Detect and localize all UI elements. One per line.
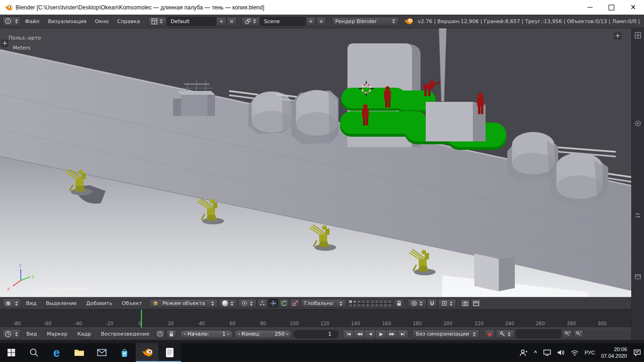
scene-add-button[interactable]: + (306, 17, 316, 26)
people-icon[interactable] (520, 349, 528, 356)
menu-file[interactable]: Файл (21, 18, 43, 25)
keying-set-field[interactable] (516, 329, 561, 338)
taskbar-mail-button[interactable] (91, 343, 113, 362)
scene-browse-button[interactable] (241, 17, 260, 26)
keying-set-dropdown[interactable] (496, 329, 514, 338)
timeline-lock-toggle[interactable] (166, 329, 176, 338)
manipulator-scale-toggle[interactable] (290, 299, 300, 308)
scene-lock-toggle[interactable] (394, 299, 404, 308)
menu-render[interactable]: Визуализация (43, 18, 91, 25)
stepper-arrow-icon[interactable]: ▸ (228, 332, 230, 336)
taskbar-search-button[interactable] (23, 343, 45, 362)
mode-dropdown[interactable]: Режим объекта (149, 299, 218, 308)
screen-layout-name-field[interactable]: Default (167, 17, 216, 26)
mail-icon (97, 349, 107, 356)
screen-layout-delete-button[interactable]: × (227, 17, 237, 26)
current-frame-marker[interactable] (141, 310, 142, 328)
stepper-arrow-icon[interactable]: ◂ (183, 332, 186, 336)
menu-add[interactable]: Добавить (82, 300, 116, 306)
panel-expand-icon[interactable] (635, 120, 641, 127)
viewport-shading-dropdown[interactable] (219, 299, 237, 308)
jump-prev-keyframe-button[interactable]: ◀◀ (354, 329, 365, 339)
minimize-button[interactable] (579, 0, 601, 15)
panel-grid-icon[interactable] (635, 32, 641, 39)
menu-playback[interactable]: Воспроизведение (97, 331, 154, 337)
menu-frame[interactable]: Кадр (73, 331, 95, 337)
timeline-ruler[interactable]: -80 -60 -40 -20 0 20 40 60 80 100 120 14… (0, 309, 632, 328)
transform-orientation-dropdown[interactable]: Глобально (301, 299, 346, 308)
auto-keyframe-toggle[interactable]: ● (485, 329, 495, 338)
pivot-point-dropdown[interactable] (238, 299, 256, 308)
view3d-editor-icon (5, 300, 11, 307)
frame-tick-label: 140 (351, 321, 360, 326)
sidebar-expand-button[interactable]: + (614, 32, 621, 40)
taskbar-blender-button[interactable] (136, 343, 158, 362)
proportional-edit-dropdown[interactable] (408, 299, 426, 308)
jump-next-keyframe-button[interactable]: ▶▶ (386, 329, 397, 339)
menu-object[interactable]: Объект (117, 300, 146, 306)
menu-timeline-view[interactable]: Вид (22, 331, 41, 337)
properties-panel-collapsed[interactable] (631, 28, 644, 340)
menu-help[interactable]: Справка (113, 18, 144, 25)
screen-layout-add-button[interactable]: + (216, 17, 226, 26)
scene-name-field[interactable]: Scene (260, 17, 305, 26)
opengl-render-button[interactable] (460, 299, 470, 308)
viewport-canvas[interactable]: z y x (0, 28, 632, 297)
editor-type-selector-info[interactable] (2, 16, 21, 26)
platform-deckhouse[interactable] (426, 102, 486, 141)
taskbar-explorer-button[interactable] (68, 343, 91, 362)
jump-to-end-button[interactable]: ▶| (397, 329, 408, 339)
preview-range-toggle[interactable] (155, 329, 165, 338)
taskbar-store-button[interactable] (113, 343, 136, 362)
opengl-render-anim-button[interactable] (471, 299, 481, 308)
editor-type-selector-timeline[interactable] (2, 329, 21, 339)
menu-select[interactable]: Выделение (41, 300, 81, 306)
panel-window-icon[interactable] (635, 273, 641, 280)
stepper-arrow-icon[interactable]: ◂ (238, 332, 240, 336)
manipulate-center-points-toggle[interactable] (257, 299, 267, 308)
minimize-icon (587, 7, 593, 8)
taskbar-document-app-button[interactable] (158, 343, 181, 362)
start-button[interactable] (0, 343, 23, 362)
titlebar[interactable]: Blender [C:\Users\tvister\Desktop\Okean\… (0, 0, 644, 15)
sync-mode-dropdown[interactable]: Без синхронизации (413, 329, 479, 338)
menu-window[interactable]: Окно (91, 18, 113, 25)
frame-tick-label: 260 (536, 321, 545, 326)
screen-layout-browse-button[interactable] (148, 17, 166, 26)
network-icon[interactable] (571, 350, 578, 356)
aft-deck-structure[interactable] (474, 254, 515, 291)
manipulator-rotate-toggle[interactable] (279, 299, 289, 308)
action-center-icon[interactable] (633, 349, 641, 356)
scene-delete-button[interactable]: × (316, 17, 326, 26)
current-frame-field[interactable]: 1 (293, 330, 339, 338)
volume-icon[interactable] (557, 349, 565, 356)
frame-start-field[interactable]: ◂ Начало: 1 ▸ (180, 330, 233, 338)
stepper-arrow-icon[interactable]: ▸ (287, 332, 289, 336)
dropdown-arrows-icon (211, 301, 215, 306)
maximize-button[interactable] (601, 0, 622, 15)
taskbar-clock[interactable]: 20:06 07.04.2020 (601, 346, 627, 359)
panel-sliders-icon[interactable] (635, 212, 641, 219)
insert-keyframe-button[interactable] (562, 329, 572, 338)
taskbar-edge-button[interactable]: e (45, 343, 68, 362)
toolshelf-expand-button[interactable]: + (1, 40, 8, 47)
layers-widget[interactable] (348, 300, 392, 307)
snap-toggle[interactable] (427, 299, 437, 308)
tray-chevron-icon[interactable]: ^ (534, 350, 537, 355)
menu-view[interactable]: Вид (22, 300, 41, 306)
editor-type-selector-3dview[interactable] (2, 298, 21, 308)
language-indicator[interactable]: РУС (585, 350, 595, 355)
snap-element-dropdown[interactable] (438, 299, 456, 308)
manipulator-translate-toggle[interactable] (268, 299, 278, 308)
play-button[interactable]: ▶ (375, 329, 387, 339)
play-reverse-button[interactable]: ◀ (364, 329, 376, 339)
viewport-3d[interactable]: z y x Польз.-орто Meters (1) 2pdrQuadrup… (0, 28, 632, 297)
delete-keyframe-button[interactable] (574, 329, 584, 338)
render-engine-dropdown[interactable]: Рендер Blender (332, 17, 399, 26)
jump-to-start-button[interactable]: |◀ (343, 329, 354, 339)
frame-end-field[interactable]: ◂ Конец: 250 ▸ (234, 330, 292, 338)
menu-marker[interactable]: Маркер (42, 331, 72, 337)
display-icon[interactable] (543, 349, 551, 356)
close-button[interactable]: × (622, 0, 644, 15)
mode-value: Режим объекта (163, 300, 205, 306)
